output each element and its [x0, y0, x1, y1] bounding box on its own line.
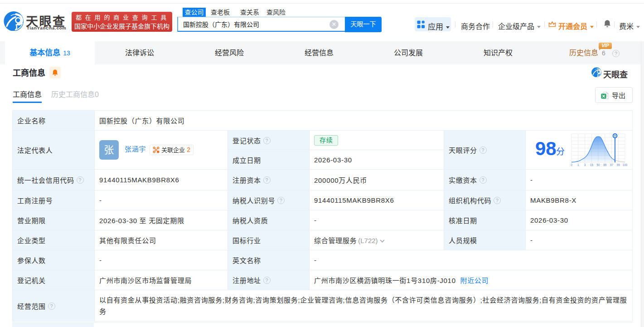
svg-text:1: 1 — [577, 163, 579, 166]
svg-text:100: 100 — [623, 163, 628, 166]
svg-text:3: 3 — [584, 163, 586, 166]
svg-text:85: 85 — [603, 163, 607, 166]
svg-text:99: 99 — [617, 163, 620, 166]
svg-text:0: 0 — [571, 163, 572, 166]
svg-text:50: 50 — [596, 163, 600, 166]
svg-text:97: 97 — [610, 163, 614, 166]
svg-text:15: 15 — [590, 163, 594, 166]
